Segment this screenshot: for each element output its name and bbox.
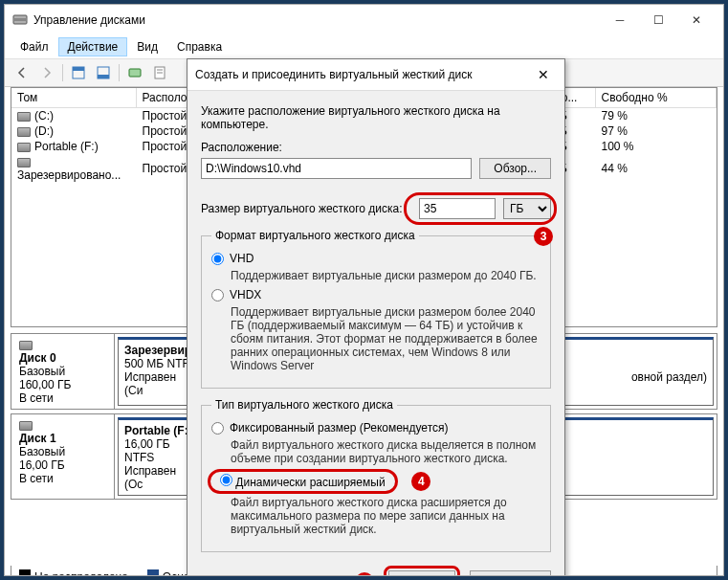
- volume-icon: [17, 158, 31, 167]
- menu-view[interactable]: Вид: [127, 37, 167, 56]
- app-icon: [12, 12, 28, 28]
- vhd-radio[interactable]: [211, 253, 224, 265]
- maximize-button[interactable]: ☐: [639, 9, 677, 32]
- legend-unallocated-swatch: [19, 569, 31, 576]
- disk-size: 16,00 ГБ: [19, 458, 106, 472]
- minimize-button[interactable]: ─: [601, 9, 639, 32]
- disk-icon: [19, 341, 33, 350]
- volume-icon: [17, 143, 31, 152]
- disk-status: В сети: [19, 391, 106, 405]
- svg-rect-3: [73, 67, 84, 71]
- size-input[interactable]: [419, 198, 496, 219]
- dialog-hint: Укажите расположение виртуального жестко…: [201, 104, 551, 131]
- disk-name: Диск 1: [19, 432, 106, 445]
- callout-4: 4: [411, 472, 430, 491]
- volume-icon: [17, 112, 31, 122]
- menu-action[interactable]: Действие: [58, 37, 128, 56]
- annotation-highlight: Динамически расширяемый: [208, 469, 398, 494]
- vhd-description: Поддерживает виртуальные диски размером …: [231, 269, 540, 282]
- forward-button[interactable]: [35, 62, 58, 83]
- disk-name: Диск 0: [19, 351, 106, 365]
- properties-button[interactable]: [148, 62, 171, 83]
- fixed-radio[interactable]: [211, 422, 224, 435]
- vhdx-radio[interactable]: [211, 289, 224, 301]
- menu-help[interactable]: Справка: [167, 37, 232, 56]
- refresh-button[interactable]: [123, 62, 146, 83]
- unit-select[interactable]: ГБ: [503, 198, 551, 219]
- volume-icon: [17, 127, 31, 137]
- fixed-description: Файл виртуального жесткого диска выделяе…: [231, 438, 540, 465]
- svg-rect-5: [98, 75, 109, 78]
- browse-button[interactable]: Обзор...: [479, 158, 551, 179]
- title-bar: Управление дисками ─ ☐ ✕: [5, 5, 723, 35]
- svg-rect-6: [129, 69, 141, 77]
- menu-bar: Файл Действие Вид Справка: [5, 35, 723, 59]
- location-label: Расположение:: [201, 141, 551, 154]
- vhdx-description: Поддерживает виртуальные диски размером …: [231, 305, 540, 372]
- annotation-highlight: OK: [384, 566, 460, 576]
- col-free[interactable]: Свободно %: [595, 88, 717, 108]
- disk-status: В сети: [19, 472, 106, 485]
- callout-3: 3: [534, 227, 553, 246]
- create-vhd-dialog: Создать и присоединить виртуальный жестк…: [187, 58, 565, 576]
- back-button[interactable]: [11, 62, 33, 83]
- type-fieldset: Тип виртуального жесткого диска Фиксиров…: [201, 398, 551, 552]
- size-label: Размер виртуального жесткого диска:: [201, 202, 411, 215]
- type-legend: Тип виртуального жесткого диска: [211, 398, 397, 412]
- dynamic-radio[interactable]: [220, 474, 232, 486]
- location-input[interactable]: [201, 158, 472, 179]
- col-volume[interactable]: Том: [11, 88, 136, 108]
- legend-primary-swatch: [147, 569, 159, 576]
- dialog-close-button[interactable]: ✕: [530, 65, 557, 84]
- disk-type: Базовый: [19, 445, 106, 458]
- dynamic-description: Файл виртуального жесткого диска расширя…: [231, 496, 540, 536]
- format-legend: Формат виртуального жесткого диска: [211, 229, 419, 242]
- app-title: Управление дисками: [33, 13, 145, 27]
- format-fieldset: Формат виртуального жесткого диска VHD П…: [201, 229, 551, 389]
- close-button[interactable]: ✕: [677, 9, 716, 32]
- menu-file[interactable]: Файл: [11, 37, 58, 56]
- disk-size: 160,00 ГБ: [19, 378, 106, 391]
- disk-management-window: Управление дисками ─ ☐ ✕ Файл Действие В…: [4, 4, 724, 576]
- view-top-button[interactable]: [67, 62, 90, 83]
- svg-rect-1: [13, 18, 27, 21]
- dialog-title: Создать и присоединить виртуальный жестк…: [195, 68, 473, 81]
- view-bottom-button[interactable]: [92, 62, 115, 83]
- disk-type: Базовый: [19, 365, 106, 378]
- disk-icon: [19, 421, 33, 431]
